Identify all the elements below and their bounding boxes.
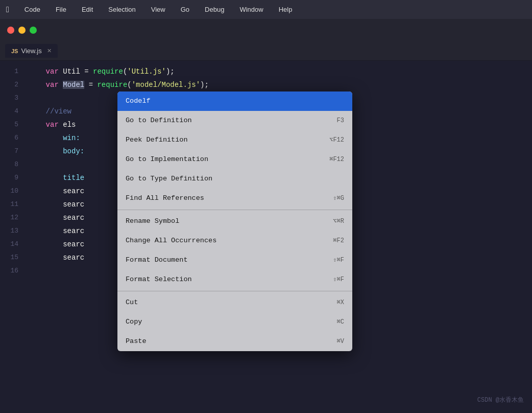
ctx-shortcut-go-implementation: ⌘F12 [329, 153, 344, 166]
ctx-label-copy: Copy [126, 315, 142, 329]
line-num-13: 13 [0, 224, 18, 238]
ctx-label-peek-definition: Peek Definition [126, 133, 188, 147]
tab-viewjs[interactable]: JS View.js ✕ [5, 44, 58, 58]
ctx-item-peek-definition[interactable]: Peek Definition ⌥F12 [117, 130, 352, 150]
ctx-shortcut-rename-symbol: ⌥⌘R [333, 215, 344, 228]
line-num-3: 3 [0, 91, 18, 105]
menu-bar:  Code File Edit Selection View Go Debug… [0, 0, 532, 19]
ctx-label-change-occurrences: Change All Occurrences [126, 234, 216, 247]
ctx-item-change-occurrences[interactable]: Change All Occurrences ⌘F2 [117, 231, 352, 250]
ctx-divider-1 [117, 210, 352, 210]
line-num-2: 2 [0, 78, 18, 91]
apple-icon[interactable]:  [6, 5, 9, 14]
ctx-shortcut-change-occurrences: ⌘F2 [333, 234, 344, 247]
line-num-5: 5 [0, 118, 18, 131]
line-num-6: 6 [0, 131, 18, 145]
ctx-item-go-type-definition[interactable]: Go to Type Definition [117, 169, 352, 189]
line-num-15: 15 [0, 251, 18, 264]
line-num-14: 14 [0, 238, 18, 251]
ctx-item-codelf[interactable]: Codelf [117, 91, 352, 111]
watermark: CSDN @水香木鱼 [477, 394, 524, 407]
tab-bar: JS View.js ✕ [0, 41, 532, 61]
ctx-label-cut: Cut [126, 296, 138, 309]
line-num-16: 16 [0, 264, 18, 278]
ctx-label-format-document: Format Document [126, 254, 188, 267]
ctx-label-paste: Paste [126, 335, 147, 348]
menu-window[interactable]: Window [236, 4, 266, 15]
menu-debug[interactable]: Debug [202, 4, 227, 15]
ctx-divider-2 [117, 291, 352, 291]
ctx-label-format-selection: Format Selection [126, 273, 192, 286]
menu-help[interactable]: Help [276, 4, 296, 15]
menu-file[interactable]: File [53, 4, 69, 15]
traffic-light-green[interactable] [30, 27, 37, 34]
ctx-item-go-implementation[interactable]: Go to Implementation ⌘F12 [117, 150, 352, 169]
ctx-label-rename-symbol: Rename Symbol [126, 215, 179, 228]
ctx-shortcut-format-document: ⇧⌘F [333, 254, 344, 267]
ctx-label-go-definition: Go to Definition [126, 114, 192, 127]
menu-selection[interactable]: Selection [105, 4, 138, 15]
ctx-item-copy[interactable]: Copy ⌘C [117, 312, 352, 332]
tab-close-button[interactable]: ✕ [47, 48, 52, 54]
js-file-icon: JS [11, 48, 18, 54]
line-num-7: 7 [0, 145, 18, 158]
ctx-shortcut-paste: ⌘V [337, 335, 344, 348]
traffic-light-red[interactable] [7, 27, 14, 34]
ctx-item-go-definition[interactable]: Go to Definition F3 [117, 111, 352, 130]
line-num-12: 12 [0, 211, 18, 224]
menu-go[interactable]: Go [178, 4, 192, 15]
line-numbers: 1 2 3 4 5 6 7 8 9 10 11 12 13 14 15 16 [0, 61, 27, 413]
ctx-label-codelf: Codelf [126, 95, 151, 108]
editor-area[interactable]: 1 2 3 4 5 6 7 8 9 10 11 12 13 14 15 16 v… [0, 61, 532, 413]
line-num-11: 11 [0, 198, 18, 211]
traffic-light-yellow[interactable] [18, 27, 26, 34]
ctx-shortcut-cut: ⌘X [337, 296, 344, 309]
ctx-shortcut-find-references: ⇧⌘G [333, 192, 344, 205]
menu-edit[interactable]: Edit [79, 4, 96, 15]
tab-filename: View.js [21, 47, 41, 55]
menu-view[interactable]: View [148, 4, 168, 15]
ctx-label-go-implementation: Go to Implementation [126, 153, 208, 166]
line-num-1: 1 [0, 65, 18, 78]
ctx-shortcut-go-definition: F3 [337, 114, 344, 127]
line-num-4: 4 [0, 105, 18, 118]
code-line-2: var Model = require('model/Model.js'); [29, 78, 532, 91]
line-num-9: 9 [0, 171, 18, 185]
ctx-label-find-references: Find All References [126, 192, 204, 205]
line-num-8: 8 [0, 158, 18, 171]
ctx-label-go-type-definition: Go to Type Definition [126, 172, 212, 186]
ctx-item-format-document[interactable]: Format Document ⇧⌘F [117, 250, 352, 270]
ctx-item-cut[interactable]: Cut ⌘X [117, 293, 352, 312]
ctx-shortcut-peek-definition: ⌥F12 [329, 133, 344, 147]
ctx-shortcut-format-selection: ⇧⌘F [333, 273, 344, 286]
ctx-item-rename-symbol[interactable]: Rename Symbol ⌥⌘R [117, 212, 352, 231]
line-num-10: 10 [0, 185, 18, 198]
traffic-lights-bar [0, 19, 532, 41]
ctx-item-paste[interactable]: Paste ⌘V [117, 332, 352, 351]
ctx-item-find-references[interactable]: Find All References ⇧⌘G [117, 189, 352, 208]
code-line-1: var Util = require('Util.js'); [29, 65, 532, 78]
ctx-shortcut-copy: ⌘C [337, 315, 344, 329]
menu-code[interactable]: Code [21, 4, 43, 15]
ctx-item-format-selection[interactable]: Format Selection ⇧⌘F [117, 270, 352, 289]
context-menu[interactable]: Codelf Go to Definition F3 Peek Definiti… [117, 91, 352, 351]
